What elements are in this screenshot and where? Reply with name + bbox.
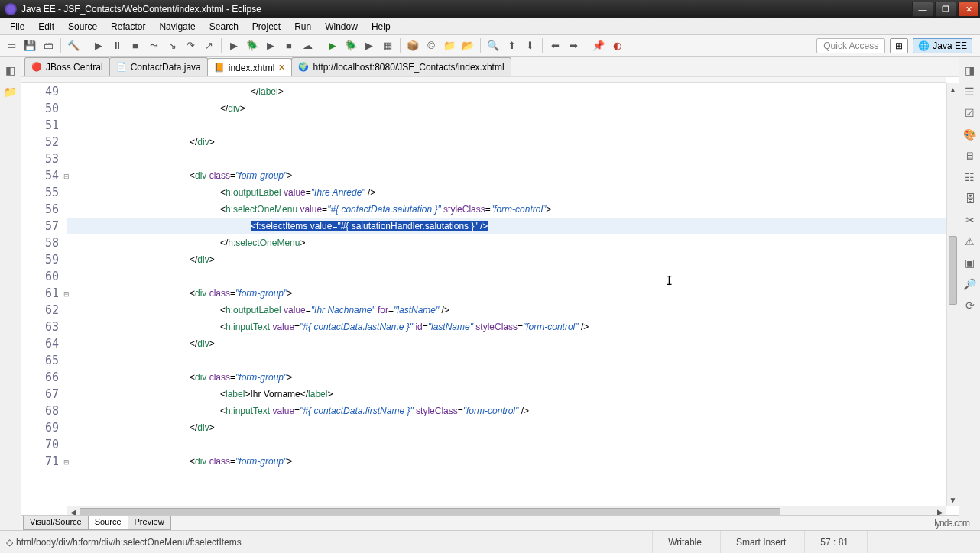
coverage-button[interactable]: ▦ xyxy=(379,37,396,54)
menu-search[interactable]: Search xyxy=(203,19,245,34)
step-over-button[interactable]: ↷ xyxy=(182,37,199,54)
close-tab-icon[interactable]: ✕ xyxy=(278,63,285,73)
line-number-gutter[interactable]: 495051525354⊟55565758596061⊟626364656667… xyxy=(21,83,67,506)
save-button[interactable]: 💾 xyxy=(21,37,38,54)
line-number[interactable]: 60 xyxy=(21,268,67,285)
menu-refactor[interactable]: Refactor xyxy=(104,19,152,34)
vertical-scrollbar[interactable]: ▲ ▼ xyxy=(946,83,959,506)
line-number[interactable]: 68 xyxy=(21,403,67,419)
menu-run[interactable]: Run xyxy=(287,19,318,34)
outline-view-icon[interactable]: ☰ xyxy=(962,84,978,99)
snippets-view-icon[interactable]: ✂ xyxy=(962,212,978,228)
code-line[interactable]: </div> xyxy=(67,419,946,436)
editor-tab[interactable]: 📙index.xhtml✕ xyxy=(207,58,293,76)
line-number[interactable]: 56 xyxy=(21,201,67,218)
code-line[interactable]: </div> xyxy=(67,335,946,352)
maximize-button[interactable]: ❐ xyxy=(935,2,956,17)
line-number[interactable]: 52 xyxy=(21,134,67,150)
code-line[interactable]: <h:inputText value="#{ contactData.lastN… xyxy=(67,319,946,335)
debug-resume-button[interactable]: ▶ xyxy=(90,37,107,54)
progress-view-icon[interactable]: ⟳ xyxy=(962,298,978,313)
problems-view-icon[interactable]: ⚠ xyxy=(962,234,978,249)
menu-edit[interactable]: Edit xyxy=(31,19,61,34)
new-class-button[interactable]: © xyxy=(423,37,440,54)
editor-view-tab-preview[interactable]: Preview xyxy=(128,516,171,530)
build-button[interactable]: 🔨 xyxy=(65,37,82,54)
restore-left-icon[interactable]: ◧ xyxy=(3,63,18,78)
code-line[interactable]: </div> xyxy=(67,100,946,117)
line-number[interactable]: 58 xyxy=(21,234,67,251)
menu-help[interactable]: Help xyxy=(365,19,398,34)
jboss-tools-icon[interactable]: ◐ xyxy=(608,37,625,54)
line-number[interactable]: 69 xyxy=(21,419,67,436)
minimize-button[interactable]: — xyxy=(912,2,933,17)
new-button[interactable]: ▭ xyxy=(3,37,20,54)
code-line[interactable] xyxy=(67,436,946,453)
open-type-button[interactable]: 📂 xyxy=(459,37,476,54)
code-line[interactable]: <h:inputText value="#{ contactData.first… xyxy=(67,403,946,419)
code-line[interactable]: <label>Ihr Vorname</label> xyxy=(67,386,946,403)
code-text-area[interactable]: </label></div></div><div class="form-gro… xyxy=(67,83,946,506)
servers-view-icon[interactable]: 🖥 xyxy=(962,148,978,163)
breadcrumb-path[interactable]: html/body/div/h:form/div/h:selectOneMenu… xyxy=(16,537,242,548)
scroll-thumb[interactable] xyxy=(949,236,957,305)
debug-stop-button[interactable]: ■ xyxy=(127,37,144,54)
back-button[interactable]: ⬅ xyxy=(547,37,563,54)
editor-view-tab-source[interactable]: Source xyxy=(88,516,128,530)
code-line[interactable]: </div> xyxy=(67,251,946,268)
code-line[interactable] xyxy=(67,117,946,134)
server-debug-button[interactable]: 🪲 xyxy=(244,37,261,54)
code-line[interactable]: <div class="form-group"> xyxy=(67,167,946,184)
close-button[interactable]: ✕ xyxy=(958,2,979,17)
editor-tab[interactable]: 📄ContactData.java xyxy=(109,57,208,76)
debug-button[interactable]: 🪲 xyxy=(342,37,359,54)
menu-window[interactable]: Window xyxy=(318,19,365,34)
server-stop-button[interactable]: ■ xyxy=(281,37,297,54)
new-folder-button[interactable]: 📁 xyxy=(441,37,458,54)
line-number[interactable]: 57 xyxy=(21,218,67,234)
console-view-icon[interactable]: ▣ xyxy=(962,255,978,270)
line-number[interactable]: 59 xyxy=(21,251,67,268)
annotation-prev-button[interactable]: ⬆ xyxy=(503,37,520,54)
code-line[interactable]: <h:outputLabel value="Ihr Nachname" for=… xyxy=(67,302,946,319)
open-perspective-button[interactable]: ⊞ xyxy=(890,38,908,53)
menu-project[interactable]: Project xyxy=(245,19,287,34)
line-number[interactable]: 62 xyxy=(21,302,67,319)
code-line[interactable]: <div class="form-group"> xyxy=(67,453,946,470)
editor-tab[interactable]: 🔴JBoss Central xyxy=(24,57,110,76)
debug-disconnect-button[interactable]: ⤳ xyxy=(145,37,162,54)
run-button[interactable]: ▶ xyxy=(324,37,341,54)
annotation-next-button[interactable]: ⬇ xyxy=(521,37,538,54)
javaee-perspective-button[interactable]: 🌐 Java EE xyxy=(913,38,972,53)
code-line[interactable]: </label> xyxy=(67,83,946,100)
debug-pause-button[interactable]: ⏸ xyxy=(109,37,125,54)
line-number[interactable]: 51 xyxy=(21,117,67,134)
code-line[interactable]: <div class="form-group"> xyxy=(67,369,946,386)
line-number[interactable]: 64 xyxy=(21,335,67,352)
search-button[interactable]: 🔍 xyxy=(485,37,501,54)
scroll-down-arrow-icon[interactable]: ▼ xyxy=(947,493,959,506)
code-line[interactable]: <div class="form-group"> xyxy=(67,285,946,302)
code-line[interactable]: </div> xyxy=(67,134,946,150)
code-line[interactable] xyxy=(67,150,946,167)
pin-button[interactable]: 📌 xyxy=(590,37,607,54)
project-explorer-icon[interactable]: 📁 xyxy=(3,84,18,99)
step-return-button[interactable]: ↗ xyxy=(200,37,217,54)
editor-view-tab-visual-source[interactable]: Visual/Source xyxy=(23,516,89,530)
editor-tab[interactable]: 🌍http://localhost:8080/JSF_Contacts/inde… xyxy=(291,57,511,76)
menu-navigate[interactable]: Navigate xyxy=(152,19,202,34)
new-package-button[interactable]: 📦 xyxy=(404,37,421,54)
line-number[interactable]: 54⊟ xyxy=(21,167,67,184)
code-line[interactable]: </h:selectOneMenu> xyxy=(67,234,946,251)
code-line[interactable]: <f:selectItems value="#{ salutationHandl… xyxy=(67,218,946,234)
server-start-button[interactable]: ▶ xyxy=(226,37,242,54)
save-all-button[interactable]: 🗃 xyxy=(40,37,57,54)
line-number[interactable]: 49 xyxy=(21,83,67,100)
line-number[interactable]: 67 xyxy=(21,386,67,403)
menu-source[interactable]: Source xyxy=(61,19,104,34)
publish-button[interactable]: ☁ xyxy=(299,37,316,54)
server-profile-button[interactable]: ▶ xyxy=(262,37,279,54)
line-number[interactable]: 61⊟ xyxy=(21,285,67,302)
palette-view-icon[interactable]: 🎨 xyxy=(962,127,978,142)
step-into-button[interactable]: ↘ xyxy=(164,37,180,54)
